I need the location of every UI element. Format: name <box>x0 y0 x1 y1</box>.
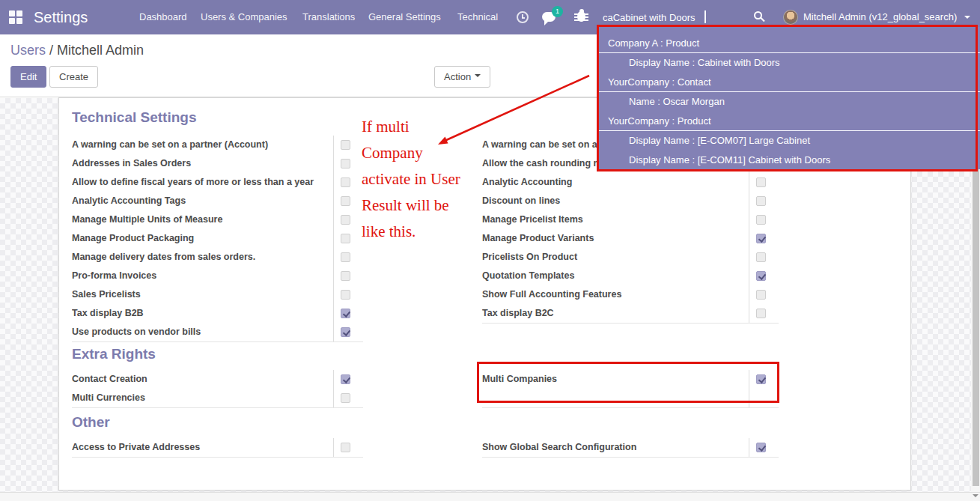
discount-on-lines-label: Discount on lines <box>482 192 749 210</box>
analytic-accounting-tags-checkbox[interactable] <box>341 196 350 206</box>
user-avatar[interactable] <box>783 10 798 25</box>
setting-row: Multi Currencies <box>72 389 363 407</box>
tax-display-b2b-checkbox[interactable] <box>341 309 350 318</box>
breadcrumb-separator: / <box>46 43 57 58</box>
breadcrumb-users-link[interactable]: Users <box>10 43 46 58</box>
nav-item-technical[interactable]: Technical <box>457 0 498 34</box>
setting-row: Manage Pricelist Items <box>482 210 779 229</box>
setting-row: Analytic Accounting Tags <box>72 192 363 210</box>
checkbox-cell <box>333 173 363 192</box>
setting-row: Pro-forma Invoices <box>72 267 363 285</box>
messages-count-badge: 1 <box>552 6 563 17</box>
setting-row: Manage Product Packaging <box>72 229 363 248</box>
activities-clock-icon[interactable] <box>517 11 529 23</box>
app-title[interactable]: Settings <box>34 0 88 34</box>
text-caret <box>704 10 706 23</box>
nav-item-translations[interactable]: Translations <box>302 0 355 34</box>
tax-display-b2c-checkbox[interactable] <box>756 309 766 318</box>
action-caret-icon <box>475 74 481 80</box>
setting-row: Tax display B2C <box>482 304 779 323</box>
empty-label <box>482 389 749 407</box>
global-search-input[interactable] <box>603 7 749 27</box>
search-icon[interactable] <box>754 11 762 19</box>
action-label: Action <box>444 71 471 82</box>
checkbox-cell <box>749 267 779 285</box>
quotation-templates-label: Quotation Templates <box>482 267 749 285</box>
breadcrumb-current: Mitchell Admin <box>57 43 144 58</box>
nav-item-dashboard[interactable]: Dashboard <box>139 0 187 34</box>
nav-item-users-companies[interactable]: Users & Companies <box>201 0 287 34</box>
sales-pricelists-label: Sales Pricelists <box>72 285 333 304</box>
use-products-on-vendor-bills-label: Use products on vendor bills <box>72 323 333 341</box>
global-search-results-dropdown: Company A : ProductDisplay Name : Cabine… <box>599 27 980 169</box>
search-result-category: Company A : Product <box>599 34 980 53</box>
setting-row: Manage Product Variants <box>482 229 779 248</box>
search-result-item[interactable]: Display Name : [E-COM11] Cabinet with Do… <box>599 151 980 169</box>
manage-delivery-dates-from-sales-orders-label: Manage delivery dates from sales orders. <box>72 248 333 267</box>
checkbox-cell <box>333 248 363 267</box>
search-result-item[interactable]: Name : Oscar Morgan <box>599 92 980 112</box>
debug-bug-icon[interactable] <box>577 11 585 22</box>
setting-row <box>482 389 779 407</box>
access-to-private-addresses-checkbox[interactable] <box>341 443 350 452</box>
tax-display-b2c-label: Tax display B2C <box>482 304 749 323</box>
manage-product-variants-checkbox[interactable] <box>756 234 766 243</box>
technical-settings-left-group: A warning can be set on a partner (Accou… <box>72 136 363 342</box>
extra-rights-right-group: Multi Companies <box>482 370 779 408</box>
multi-currencies-checkbox[interactable] <box>341 393 350 403</box>
extra-rights-left-group: Contact CreationMulti Currencies <box>72 370 363 408</box>
apps-menu-icon[interactable] <box>9 10 22 24</box>
section-title-technical-settings: Technical Settings <box>72 109 196 126</box>
setting-row: Sales Pricelists <box>72 285 363 304</box>
contact-creation-label: Contact Creation <box>72 370 333 389</box>
manage-delivery-dates-from-sales-orders-checkbox[interactable] <box>341 252 350 262</box>
manage-multiple-units-of-measure-label: Manage Multiple Units of Measure <box>72 210 333 229</box>
search-result-item[interactable]: Display Name : [E-COM07] Large Cabinet <box>599 131 980 151</box>
setting-row: Show Full Accounting Features <box>482 285 779 304</box>
scrollbar-down-arrow-icon[interactable] <box>973 494 979 500</box>
checkbox-cell <box>333 438 363 457</box>
checkbox-cell <box>333 267 363 285</box>
nav-item-general-settings[interactable]: General Settings <box>368 0 441 34</box>
a-warning-can-be-set-on-a-partner-account-label: A warning can be set on a partner (Accou… <box>72 136 333 154</box>
checkbox-cell <box>749 285 779 304</box>
a-warning-can-be-set-on-a-partner-account-checkbox[interactable] <box>341 140 350 150</box>
edit-button[interactable]: Edit <box>10 66 46 88</box>
allow-to-define-fiscal-years-of-more-or-less-than-a-year-label: Allow to define fiscal years of more or … <box>72 173 333 192</box>
show-global-search-configuration-checkbox[interactable] <box>756 443 766 452</box>
sales-pricelists-checkbox[interactable] <box>341 290 350 300</box>
show-full-accounting-features-label: Show Full Accounting Features <box>482 285 749 304</box>
quotation-templates-checkbox[interactable] <box>756 271 766 281</box>
analytic-accounting-checkbox[interactable] <box>756 177 766 187</box>
setting-row: Discount on lines <box>482 192 779 210</box>
checkbox-cell <box>749 248 779 267</box>
addresses-in-sales-orders-checkbox[interactable] <box>341 159 350 168</box>
search-result-item[interactable]: Display Name : Cabinet with Doors <box>599 53 980 73</box>
manage-pricelist-items-checkbox[interactable] <box>756 215 766 225</box>
contact-creation-checkbox[interactable] <box>341 374 350 384</box>
user-menu-caret-icon[interactable] <box>964 16 970 22</box>
manage-product-packaging-checkbox[interactable] <box>341 234 350 243</box>
action-dropdown-button[interactable]: Action <box>434 66 490 88</box>
other-left-group: Access to Private Addresses <box>72 438 363 458</box>
horizontal-scrollbar[interactable] <box>0 492 980 501</box>
allow-to-define-fiscal-years-of-more-or-less-than-a-year-checkbox[interactable] <box>341 177 350 187</box>
use-products-on-vendor-bills-checkbox[interactable] <box>341 327 350 337</box>
search-result-category: YourCompany : Product <box>599 112 980 131</box>
pricelists-on-product-checkbox[interactable] <box>756 252 766 262</box>
setting-row: Manage Multiple Units of Measure <box>72 210 363 229</box>
pro-forma-invoices-checkbox[interactable] <box>341 271 350 281</box>
manage-multiple-units-of-measure-checkbox[interactable] <box>341 215 350 225</box>
setting-row: Allow to define fiscal years of more or … <box>72 173 363 192</box>
setting-row: Multi Companies <box>482 370 779 389</box>
section-title-extra-rights: Extra Rights <box>72 346 156 362</box>
setting-row: Access to Private Addresses <box>72 438 363 457</box>
checkbox-cell <box>749 304 779 323</box>
discount-on-lines-checkbox[interactable] <box>756 196 766 206</box>
multi-companies-checkbox[interactable] <box>756 374 766 384</box>
odoo-settings-page: Settings Dashboard Users & Companies Tra… <box>0 0 980 501</box>
show-full-accounting-features-checkbox[interactable] <box>756 290 766 300</box>
create-button[interactable]: Create <box>49 66 98 88</box>
checkbox-cell <box>749 210 779 229</box>
setting-row: Contact Creation <box>72 370 363 389</box>
